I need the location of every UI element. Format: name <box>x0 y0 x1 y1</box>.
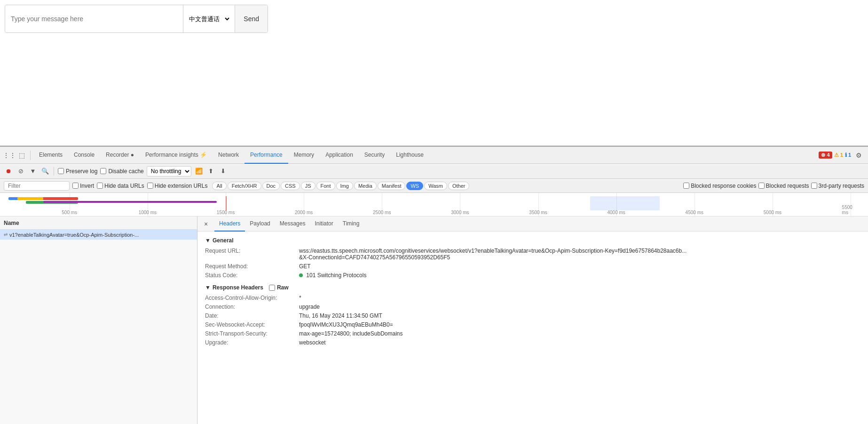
preserve-log-label[interactable]: Preserve log <box>58 168 97 175</box>
error-badge: ⊗ 4 <box>819 152 832 159</box>
filter-bar: Invert Hide data URLs Hide extension URL… <box>0 179 868 193</box>
tick-label-1000: 1000 ms <box>139 210 157 215</box>
header-row-connection: Connection: upgrade <box>205 304 860 310</box>
hide-extension-urls-label[interactable]: Hide extension URLs <box>147 183 208 189</box>
pill-img[interactable]: Img <box>336 182 353 190</box>
tab-console[interactable]: Console <box>68 147 100 164</box>
pill-all[interactable]: All <box>212 182 226 190</box>
throttle-select[interactable]: No throttling Fast 3G Slow 3G Offline <box>147 166 191 176</box>
network-toolbar: ⏺ ⊘ ▼ 🔍 Preserve log Disable cache No th… <box>0 164 868 179</box>
clear-button[interactable]: ⊘ <box>16 167 25 176</box>
throttle-select-wrap: No throttling Fast 3G Slow 3G Offline <box>147 166 191 176</box>
tab-application[interactable]: Security <box>359 147 390 164</box>
upload-icon[interactable]: ⬆ <box>206 167 216 176</box>
third-party-requests-label[interactable]: 3rd-party requests <box>811 183 864 189</box>
tab-performance-insights[interactable]: Performance insights ⚡ <box>140 147 213 164</box>
main-content: Name ⇄ v1?enableTalkingAvatar=true&Ocp-A… <box>0 216 868 424</box>
detail-tab-timing[interactable]: Timing <box>338 216 364 232</box>
tick-label-4500: 4500 ms <box>686 210 703 215</box>
request-url-value: wss://eastus.tts.speech.microsoft.com/co… <box>299 248 860 261</box>
pill-js[interactable]: JS <box>301 182 316 190</box>
blocked-requests-checkbox[interactable] <box>758 183 765 189</box>
third-party-requests-checkbox[interactable] <box>811 183 817 189</box>
dock-icon[interactable]: ⋮⋮ <box>4 150 15 161</box>
request-row[interactable]: ⇄ v1?enableTalkingAvatar=true&Ocp-Apim-S… <box>0 230 197 240</box>
invert-label[interactable]: Invert <box>72 183 94 189</box>
pill-css[interactable]: CSS <box>281 182 300 190</box>
timeline-bar-red <box>43 197 78 200</box>
pill-wasm[interactable]: Wasm <box>424 182 447 190</box>
tick-label-1500: 1500 ms <box>217 210 235 215</box>
invert-checkbox[interactable] <box>72 183 79 189</box>
filter-pills: All Fetch/XHR Doc CSS JS Font Img Media … <box>212 182 469 190</box>
message-input[interactable] <box>5 5 179 32</box>
record-button[interactable]: ⏺ <box>4 167 13 176</box>
wifi-icon[interactable]: 📶 <box>194 167 204 176</box>
disable-cache-checkbox[interactable] <box>100 168 106 174</box>
search-icon[interactable]: 🔍 <box>40 167 50 176</box>
column-header-name: Name <box>0 216 197 230</box>
disable-cache-label[interactable]: Disable cache <box>100 168 143 175</box>
tick-label-500: 500 ms <box>62 210 77 215</box>
send-button[interactable]: Send <box>235 5 268 32</box>
pill-manifest[interactable]: Manifest <box>378 182 406 190</box>
right-panel: × Headers Payload Messages Initiator Tim… <box>197 216 868 424</box>
hide-extension-urls-checkbox[interactable] <box>147 183 153 189</box>
pill-font[interactable]: Font <box>316 182 335 190</box>
download-icon[interactable]: ⬇ <box>219 167 228 176</box>
detail-tab-payload[interactable]: Payload <box>245 216 275 232</box>
blocked-requests-label[interactable]: Blocked requests <box>758 183 809 189</box>
settings-icon[interactable]: ⚙ <box>853 150 864 161</box>
blocked-response-cookies-label[interactable]: Blocked response cookies <box>683 183 756 189</box>
filter-input[interactable] <box>4 181 70 191</box>
header-row-upgrade: Upgrade: websocket <box>205 339 860 346</box>
request-url-highlighted: wss://eastus.tts.speech.microsoft.com/co… <box>299 248 687 254</box>
status-code-row: Status Code: 101 Switching Protocols <box>205 272 860 279</box>
hide-data-urls-checkbox[interactable] <box>97 183 103 189</box>
blocked-response-cookies-checkbox[interactable] <box>683 183 689 189</box>
pill-doc[interactable]: Doc <box>262 182 280 190</box>
tab-elements[interactable]: Elements <box>33 147 68 164</box>
tick-label-5000: 5000 ms <box>764 210 781 215</box>
hide-data-urls-label[interactable]: Hide data URLs <box>97 183 144 189</box>
tab-network[interactable]: Performance <box>245 147 288 164</box>
status-code-label: Status Code: <box>205 272 299 279</box>
pill-ws[interactable]: WS <box>406 182 423 190</box>
tab-performance[interactable]: Memory <box>288 147 320 164</box>
tick-label-3000: 3000 ms <box>451 210 469 215</box>
filter-icon[interactable]: ▼ <box>28 167 38 176</box>
raw-checkbox[interactable] <box>269 285 275 291</box>
request-method-value: GET <box>299 263 860 270</box>
header-label-date: Date: <box>205 312 299 319</box>
general-title: General <box>213 237 234 244</box>
header-label-sec-websocket: Sec-Websocket-Accept: <box>205 321 299 328</box>
header-row-date: Date: Thu, 16 May 2024 11:34:50 GMT <box>205 312 860 319</box>
tab-recorder[interactable]: Recorder ● <box>100 147 140 164</box>
detail-tab-messages[interactable]: Messages <box>275 216 310 232</box>
preserve-log-checkbox[interactable] <box>58 168 64 174</box>
header-value-connection: upgrade <box>299 304 860 310</box>
tab-sources[interactable]: Network <box>213 147 245 164</box>
timeline-canvas: 500 ms 1000 ms 1500 ms 2000 ms 2500 ms 3… <box>0 193 868 216</box>
response-headers-section-header[interactable]: ▼ Response Headers Raw <box>205 284 860 291</box>
inspect-icon[interactable]: ⬚ <box>16 150 27 161</box>
header-value-access-control: * <box>299 295 860 301</box>
tab-memory[interactable]: Application <box>320 147 359 164</box>
tab-security[interactable]: Lighthouse <box>390 147 429 164</box>
request-url-row: Request URL: wss://eastus.tts.speech.mic… <box>205 248 860 261</box>
tab-lighthouse[interactable] <box>429 147 441 164</box>
general-section-header[interactable]: ▼ General <box>205 237 860 244</box>
detail-tab-headers[interactable]: Headers <box>214 216 245 232</box>
close-button[interactable]: × <box>201 219 211 229</box>
header-row-sec-websocket: Sec-Websocket-Accept: fpoqIWvIMcXU3JQmq9… <box>205 321 860 328</box>
pill-fetch-xhr[interactable]: Fetch/XHR <box>228 182 261 190</box>
header-label-strict-transport: Strict-Transport-Security: <box>205 330 299 337</box>
detail-tab-initiator[interactable]: Initiator <box>310 216 338 232</box>
language-select[interactable]: 中文普通话 English 日本語 <box>183 5 231 32</box>
info-badge: ℹ 1 <box>845 152 851 158</box>
general-triangle: ▼ <box>205 237 211 244</box>
pill-media[interactable]: Media <box>354 182 377 190</box>
app-area: 中文普通话 English 日本語 Send <box>0 0 868 146</box>
pill-other[interactable]: Other <box>448 182 470 190</box>
raw-checkbox-label[interactable]: Raw <box>269 284 289 291</box>
